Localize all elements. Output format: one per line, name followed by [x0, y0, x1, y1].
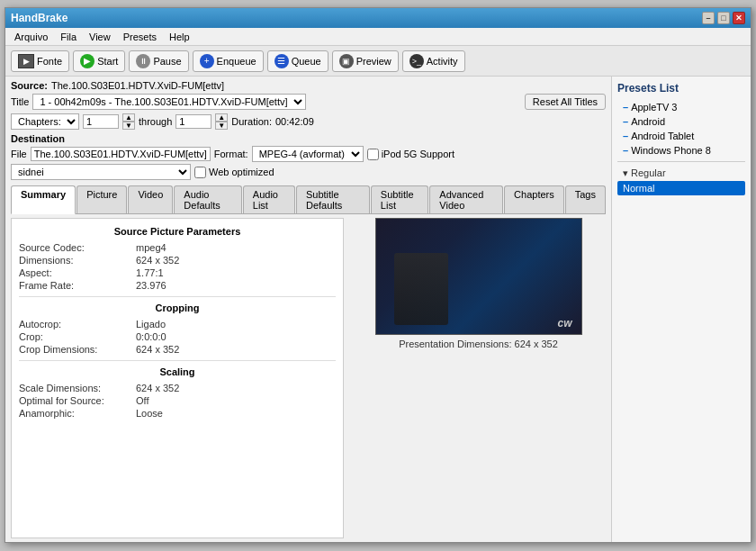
optimal-value: Off: [136, 395, 148, 406]
fonte-button[interactable]: ▶ Fonte: [11, 50, 69, 72]
regular-group-header[interactable]: ▾ Regular: [617, 166, 745, 181]
main-window: HandBrake – □ ✕ Arquivo Fila View Preset…: [4, 7, 752, 543]
tab-summary[interactable]: Summary: [11, 185, 76, 214]
preset-dash: –: [623, 145, 628, 156]
source-params-title: Source Picture Parameters: [19, 226, 336, 237]
pause-button[interactable]: ⏸ Pause: [129, 50, 188, 72]
title-row: Title 1 - 00h42m09s - The.100.S03E01.HDT…: [11, 94, 606, 110]
film-icon: ▶: [18, 54, 34, 68]
source-label: Source:: [11, 80, 48, 91]
tab-chapters[interactable]: Chapters: [504, 185, 564, 213]
window-title: HandBrake: [11, 12, 68, 24]
presets-sidebar: Presets List – AppleTV 3 – Android – And…: [611, 77, 751, 542]
title-bar: HandBrake – □ ✕: [5, 8, 751, 28]
optimal-row: Optimal for Source: Off: [19, 395, 336, 406]
web-optimized-label: Web optimized: [194, 167, 274, 178]
duration-label: Duration:: [231, 116, 272, 127]
tab-subtitle-list[interactable]: Subtitle List: [371, 185, 429, 213]
source-row: Source: The.100.S03E01.HDTV.XviD-FUM[ett…: [11, 80, 606, 91]
menu-arquivo[interactable]: Arquivo: [9, 30, 53, 44]
queue-button[interactable]: ☰ Queue: [267, 50, 328, 72]
folder-select[interactable]: sidnei: [11, 164, 191, 180]
toolbar: ▶ Fonte ▶ Start ⏸ Pause + Enqueue ☰ Queu…: [5, 46, 751, 77]
preset-separator: [617, 161, 745, 162]
chapters-type-select[interactable]: Chapters:: [11, 113, 79, 130]
destination-section: Destination File Format: MPEG-4 (avforma…: [11, 133, 606, 182]
dimensions-label: Dimensions:: [19, 255, 136, 266]
aspect-value: 1.77:1: [136, 267, 164, 278]
tab-subtitle-defaults[interactable]: Subtitle Defaults: [296, 185, 370, 213]
spin-up-down: ▲ ▼: [122, 113, 135, 130]
close-button[interactable]: ✕: [733, 12, 745, 24]
pause-icon: ⏸: [136, 54, 150, 68]
anamorphic-row: Anamorphic: Loose: [19, 408, 336, 419]
preset-dash: –: [623, 131, 628, 141]
video-overlay: cw: [376, 219, 581, 334]
menu-help[interactable]: Help: [164, 30, 195, 44]
scaling-title: Scaling: [19, 366, 336, 377]
destination-file-row: File Format: MPEG-4 (avformat) iPod 5G S…: [11, 146, 606, 162]
menu-view[interactable]: View: [84, 30, 116, 44]
crop-label: Crop:: [19, 331, 136, 342]
preset-item-android[interactable]: – Android: [617, 114, 745, 129]
crop-dimensions-value: 624 x 352: [136, 344, 179, 355]
scale-dimensions-value: 624 x 352: [136, 383, 179, 393]
web-optimized-checkbox[interactable]: [194, 167, 206, 178]
preset-item-normal[interactable]: Normal: [617, 181, 745, 195]
optimal-label: Optimal for Source:: [19, 395, 136, 406]
format-select[interactable]: MPEG-4 (avformat): [252, 146, 364, 162]
tab-picture[interactable]: Picture: [76, 185, 127, 213]
dimensions-row: Dimensions: 624 x 352: [19, 255, 336, 266]
tab-video[interactable]: Video: [128, 185, 173, 213]
chapters-to-input[interactable]: [176, 114, 212, 129]
video-figure: [394, 253, 448, 325]
preset-item-windows-phone[interactable]: – Windows Phone 8: [617, 143, 745, 158]
maximize-button[interactable]: □: [717, 12, 730, 24]
reset-all-titles-button[interactable]: Reset All Titles: [525, 94, 606, 110]
chapters-from-input[interactable]: [83, 114, 119, 129]
framerate-row: Frame Rate: 23.976: [19, 280, 336, 291]
preset-item-android-tablet[interactable]: – Android Tablet: [617, 129, 745, 143]
chapters-from-down[interactable]: ▼: [122, 122, 135, 130]
main-body: Source: The.100.S03E01.HDTV.XviD-FUM[ett…: [5, 77, 751, 542]
anamorphic-label: Anamorphic:: [19, 408, 136, 419]
autocrop-label: Autocrop:: [19, 319, 136, 330]
activity-button[interactable]: >_ Activity: [402, 50, 465, 72]
format-label: Format:: [214, 149, 248, 159]
scale-row: Scale Dimensions: 624 x 352: [19, 383, 336, 393]
chapters-to-up[interactable]: ▲: [215, 113, 228, 122]
summary-info-panel: Source Picture Parameters Source Codec: …: [11, 218, 344, 538]
crop-value: 0:0:0:0: [136, 331, 166, 342]
file-input[interactable]: [31, 147, 211, 161]
source-value: The.100.S03E01.HDTV.XviD-FUM[ettv]: [51, 80, 224, 91]
through-label: through: [139, 116, 172, 127]
ipod-support-checkbox[interactable]: [367, 149, 379, 160]
preview-area: cw Presentation Dimensions: 624 x 352: [351, 218, 606, 538]
tab-audio-list[interactable]: Audio List: [243, 185, 295, 213]
tab-advanced-video[interactable]: Advanced Video: [429, 185, 503, 213]
window-controls: – □ ✕: [702, 12, 745, 24]
dimensions-value: 624 x 352: [136, 255, 179, 266]
codec-row: Source Codec: mpeg4: [19, 242, 336, 253]
tabs-bar: Summary Picture Video Audio Defaults Aud…: [11, 185, 606, 214]
menu-fila[interactable]: Fila: [55, 30, 82, 44]
preview-button[interactable]: ▣ Preview: [332, 50, 399, 72]
menu-presets[interactable]: Presets: [118, 30, 162, 44]
minimize-button[interactable]: –: [702, 12, 715, 24]
start-button[interactable]: ▶ Start: [73, 50, 125, 72]
duration-value: 00:42:09: [275, 116, 314, 127]
framerate-value: 23.976: [136, 280, 166, 291]
preset-item-appletv3[interactable]: – AppleTV 3: [617, 100, 745, 114]
menu-bar: Arquivo Fila View Presets Help: [5, 28, 751, 46]
enqueue-button[interactable]: + Enqueue: [193, 50, 264, 72]
framerate-label: Frame Rate:: [19, 280, 136, 291]
chapters-row: Chapters: ▲ ▼ through ▲ ▼ Dur: [11, 113, 606, 130]
crop-row: Crop: 0:0:0:0: [19, 331, 336, 342]
start-icon: ▶: [80, 54, 94, 68]
crop-dimensions-row: Crop Dimensions: 624 x 352: [19, 344, 336, 355]
title-select[interactable]: 1 - 00h42m09s - The.100.S03E01.HDTV.XviD…: [32, 94, 306, 110]
tab-tags[interactable]: Tags: [565, 185, 606, 213]
chapters-from-up[interactable]: ▲: [122, 113, 135, 122]
chapters-to-down[interactable]: ▼: [215, 122, 228, 130]
tab-audio-defaults[interactable]: Audio Defaults: [174, 185, 241, 213]
